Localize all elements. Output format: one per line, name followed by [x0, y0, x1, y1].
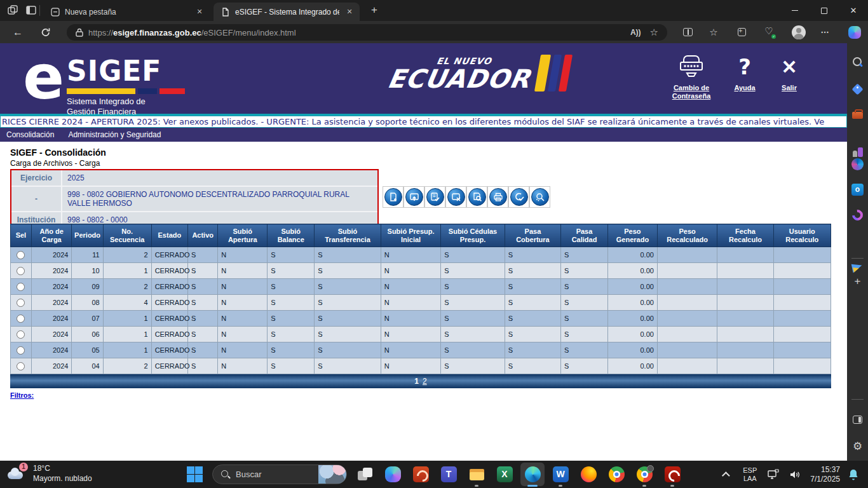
cell-peso_recalculado [657, 279, 717, 295]
collections-button[interactable] [735, 25, 749, 39]
edge-button[interactable] [519, 461, 546, 487]
window-maximize-button[interactable] [810, 0, 839, 21]
start-button[interactable] [187, 466, 203, 483]
delete-file-button[interactable] [445, 186, 466, 208]
running-indicator [559, 485, 562, 487]
cell-activo: S [188, 295, 218, 311]
cell-subio_balance: S [268, 295, 315, 311]
row-select-radio[interactable] [17, 267, 25, 275]
menu-item-consolidacion[interactable]: Consolidación [6, 130, 54, 139]
word-button[interactable]: W [546, 461, 574, 487]
tray-overflow-chevron-icon[interactable] [722, 471, 730, 480]
cell-subio_balance: S [268, 342, 315, 358]
workspaces-icon[interactable] [8, 4, 19, 16]
split-screen-button[interactable] [681, 25, 695, 39]
page-2-link[interactable]: 2 [423, 377, 427, 386]
firefox-button[interactable] [574, 461, 602, 487]
tab-actions-icon[interactable] [25, 4, 37, 16]
sidebar-drop-icon[interactable] [851, 261, 864, 274]
read-aloud-icon[interactable]: A)) [630, 28, 641, 37]
copilot-app-button[interactable] [379, 461, 407, 487]
entidad-value: 998 - 0802 GOBIERNO AUTONOMO DESCENTRALI… [62, 187, 377, 211]
profile-button[interactable] [792, 25, 806, 39]
tab-close-icon[interactable]: ✕ [344, 7, 355, 17]
volume-icon[interactable] [789, 469, 801, 480]
acrobat-button[interactable] [658, 461, 686, 487]
menu-item-administracion[interactable]: Administración y Seguridad [68, 130, 161, 139]
task-view-button[interactable] [351, 461, 379, 487]
pdf-xchange-button[interactable] [407, 461, 435, 487]
language-indicator[interactable]: ESP LAA [743, 466, 757, 483]
help-link[interactable]: ? Ayuda [726, 52, 764, 92]
search-highlight-image[interactable] [318, 464, 346, 484]
upload-file-button[interactable] [403, 186, 424, 208]
select-cell [11, 279, 32, 295]
teams-button[interactable]: T [435, 461, 463, 487]
date: 7/1/2025 [810, 475, 840, 484]
row-select-radio[interactable] [17, 346, 25, 355]
sidebar-tools-icon[interactable] [851, 108, 864, 121]
confirm-load-button[interactable] [508, 186, 529, 208]
new-tab-button[interactable]: + [367, 4, 381, 18]
clock[interactable]: 15:37 7/1/2025 [810, 465, 840, 484]
cell-subio_apertura: N [218, 342, 268, 358]
sidebar-add-button[interactable]: + [851, 274, 864, 288]
tab-nueva-pestana[interactable]: Nueva pestaña ✕ [43, 3, 210, 21]
address-bar[interactable]: https://esigef.finanzas.gob.ec/eSIGEF/me… [67, 24, 667, 41]
query-load-button[interactable] [529, 186, 550, 208]
weather-widget[interactable]: 1 18°C Mayorm. nublado [6, 463, 92, 484]
verify-file-icon [426, 188, 444, 206]
file-explorer-button[interactable] [463, 461, 491, 487]
cell-peso_generado: 0.00 [607, 295, 657, 311]
change-password-link[interactable]: Cambio deContraseña [662, 52, 721, 100]
new-record-button[interactable] [383, 186, 403, 208]
notification-bell-icon[interactable] [848, 468, 859, 481]
network-icon[interactable] [767, 469, 780, 480]
filters-link[interactable]: Filtros: [10, 391, 34, 399]
back-button[interactable]: ← [11, 26, 24, 39]
copilot-button[interactable] [848, 25, 862, 39]
preview-file-button[interactable] [466, 186, 487, 208]
taskbar-search[interactable]: Buscar [212, 464, 347, 484]
tab-esigef[interactable]: eSIGEF - Sistema Integrado de G ✕ [214, 3, 360, 21]
sidebar-settings-icon[interactable]: ⚙ [851, 440, 864, 453]
cell-pasa_calidad: S [561, 295, 608, 311]
sidebar-panel-toggle-icon[interactable] [851, 413, 864, 426]
verify-file-button[interactable] [424, 186, 445, 208]
row-select-radio[interactable] [17, 283, 25, 291]
cell-fecha_recalculo [717, 327, 773, 342]
chrome-button[interactable] [602, 461, 630, 487]
favorites-button[interactable]: ☆ [707, 25, 721, 39]
row-select-radio[interactable] [17, 330, 25, 339]
sidebar-games-icon[interactable] [851, 146, 864, 159]
window-close-button[interactable]: ✕ [839, 0, 868, 21]
main-menu: Consolidación Administración y Seguridad [0, 128, 847, 142]
cell-activo: S [188, 247, 218, 263]
sidebar-image-creator-icon[interactable] [851, 208, 864, 222]
favorite-star-icon[interactable]: ☆ [650, 27, 658, 38]
more-menu-button[interactable]: ⋯ [818, 25, 832, 39]
print-button[interactable] [487, 186, 508, 208]
refresh-button[interactable] [39, 26, 52, 39]
sidebar-search-icon[interactable] [851, 56, 864, 69]
sidebar-m365-icon[interactable] [851, 158, 864, 171]
exit-link[interactable]: ✕ Salir [770, 52, 808, 92]
row-select-radio[interactable] [17, 299, 25, 307]
window-minimize-button[interactable] [780, 0, 810, 21]
lock-icon[interactable] [76, 28, 83, 37]
browser-essentials-button[interactable]: ♡✓ [762, 25, 776, 39]
row-select-radio[interactable] [17, 315, 25, 323]
profile-badge [647, 465, 654, 472]
sidebar-shopping-icon[interactable] [851, 83, 864, 96]
cell-anio_carga: 2024 [31, 358, 72, 374]
sidebar-outlook-icon[interactable]: o [851, 184, 864, 196]
chrome-profile-button[interactable] [630, 461, 658, 487]
row-select-radio[interactable] [17, 362, 25, 370]
tab-close-icon[interactable]: ✕ [194, 7, 205, 17]
row-select-radio[interactable] [17, 251, 25, 259]
ejercicio-value: 2025 [62, 170, 377, 186]
column-header: Sel [11, 224, 32, 247]
cell-estado: CERRADO [151, 342, 187, 358]
cell-activo: S [188, 358, 218, 374]
excel-button[interactable]: X [491, 461, 519, 487]
